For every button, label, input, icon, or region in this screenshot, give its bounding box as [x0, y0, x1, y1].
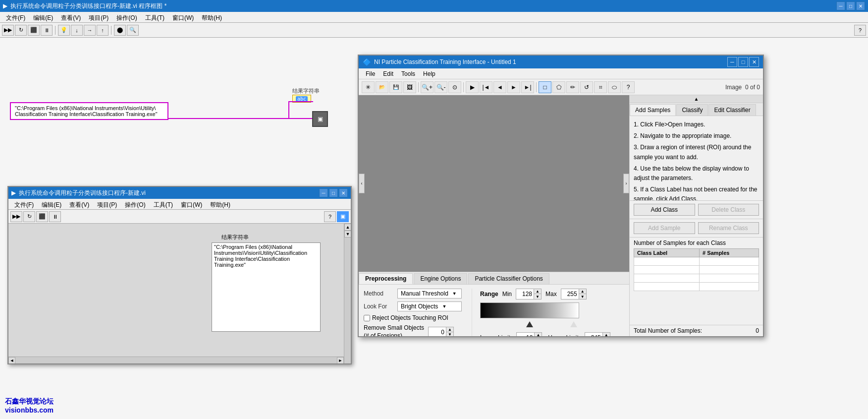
ni-polygon-roi-btn[interactable]: ⬠: [552, 81, 565, 93]
right-scroll-up[interactable]: ▲: [630, 95, 763, 103]
ni-view-btn[interactable]: 🖼: [403, 81, 416, 93]
sub-menu-help[interactable]: 帮助(H): [206, 200, 234, 208]
ni-maximize-btn[interactable]: □: [738, 57, 748, 67]
sub-menu-window[interactable]: 窗口(W): [177, 200, 206, 208]
delete-class-btn[interactable]: Delete Class: [698, 204, 760, 216]
ni-pointer-btn[interactable]: ✳: [362, 81, 375, 93]
add-class-btn[interactable]: Add Class: [634, 204, 695, 216]
look-for-select[interactable]: Bright Objects ▼: [397, 301, 462, 311]
tab-engine-options[interactable]: Engine Options: [414, 273, 467, 284]
probe-btn[interactable]: 🔍: [127, 25, 139, 36]
range-slider-track[interactable]: [480, 321, 579, 329]
ni-first-btn[interactable]: |◄: [480, 81, 492, 93]
sub-menu-project[interactable]: 项目(P): [93, 200, 121, 208]
run-btn[interactable]: ▶▶: [2, 25, 14, 36]
highlight-btn[interactable]: 💡: [58, 25, 70, 36]
menu-help[interactable]: 帮助(H): [198, 13, 226, 21]
ni-play-btn[interactable]: ▶: [466, 81, 479, 93]
ni-rect-roi-btn[interactable]: □: [539, 81, 551, 93]
step-over-btn[interactable]: →: [84, 25, 96, 36]
ni-rotate-btn[interactable]: ↺: [580, 81, 593, 93]
main-maximize-btn[interactable]: □: [846, 1, 855, 10]
ni-open-btn[interactable]: 📂: [376, 81, 388, 93]
ni-next-btn[interactable]: ►: [507, 81, 520, 93]
ni-ellipse-btn[interactable]: ⬭: [608, 81, 621, 93]
ni-fit-btn[interactable]: ⊙: [448, 81, 461, 93]
min-up-btn[interactable]: ▲: [534, 289, 541, 294]
sub-scroll-up-btn[interactable]: ▲: [344, 224, 351, 231]
sub-help-btn[interactable]: ?: [324, 211, 336, 222]
sub-abort-btn[interactable]: ⬛: [36, 211, 48, 222]
breakpoint-btn[interactable]: ⬤: [114, 25, 126, 36]
reject-checkbox[interactable]: [364, 315, 370, 321]
ni-minimize-btn[interactable]: ─: [727, 57, 737, 67]
tab-particle-classifier[interactable]: Particle Classifier Options: [468, 273, 549, 284]
rename-class-btn[interactable]: Rename Class: [698, 222, 760, 234]
ni-last-btn[interactable]: ►|: [521, 81, 534, 93]
sub-menu-operate[interactable]: 操作(O): [121, 200, 149, 208]
menu-view[interactable]: 查看(V): [57, 13, 85, 21]
add-sample-btn[interactable]: Add Sample: [634, 222, 695, 234]
sub-maximize-btn[interactable]: □: [329, 188, 338, 197]
sub-menu-tools[interactable]: 工具(T): [150, 200, 177, 208]
ni-crop-btn[interactable]: ⌗: [594, 81, 607, 93]
run-continuously-btn[interactable]: ↻: [15, 25, 27, 36]
pause-btn[interactable]: ⏸: [41, 25, 53, 36]
ni-menu-edit[interactable]: Edit: [379, 69, 397, 78]
ni-save-btn[interactable]: 💾: [389, 81, 402, 93]
sub-pause-btn[interactable]: ⏸: [49, 211, 61, 222]
erosion-up-btn[interactable]: ▲: [446, 327, 453, 332]
ni-menu-tools[interactable]: Tools: [397, 69, 419, 78]
ni-help-btn[interactable]: ?: [622, 81, 635, 93]
erosion-input[interactable]: [429, 328, 446, 336]
min-input[interactable]: [516, 290, 534, 298]
ni-menu-help[interactable]: Help: [419, 69, 439, 78]
sub-menu-view[interactable]: 查看(V): [65, 200, 93, 208]
string-input-node[interactable]: "C:\Program Files (x86)\National Instrum…: [10, 102, 168, 120]
sub-vscrollbar[interactable]: ▲ ▼: [344, 224, 351, 363]
help-btn[interactable]: ?: [854, 25, 866, 36]
method-select[interactable]: Manual Threshold ▼: [397, 289, 462, 299]
sub-run-btn[interactable]: ▶▶: [10, 211, 22, 222]
min-spinner[interactable]: ▲ ▼: [516, 289, 542, 299]
sub-menu-file[interactable]: 文件(F): [10, 200, 38, 208]
sub-scroll-left-btn[interactable]: ◄: [8, 357, 15, 364]
sub-scroll-down-btn[interactable]: ▼: [344, 231, 351, 238]
sub-close-btn[interactable]: ✕: [339, 188, 348, 197]
max-down-btn[interactable]: ▼: [579, 294, 586, 299]
sub-menu-edit[interactable]: 编辑(E): [38, 200, 65, 208]
menu-tools[interactable]: 工具(T): [141, 13, 168, 21]
canvas-collapse-left[interactable]: ‹: [359, 174, 365, 193]
upper-limit-spinner[interactable]: ▲ ▼: [585, 332, 610, 336]
sub-run-cont-btn[interactable]: ↻: [23, 211, 35, 222]
ni-close-btn[interactable]: ✕: [749, 57, 759, 67]
main-close-btn[interactable]: ✕: [856, 1, 865, 10]
step-into-btn[interactable]: ↓: [71, 25, 83, 36]
tab-preprocessing[interactable]: Preprocessing: [359, 273, 413, 284]
sub-hscrollbar[interactable]: ◄ ►: [8, 357, 344, 363]
sub-scroll-right-btn[interactable]: ►: [337, 357, 344, 364]
lower-limit-spinner[interactable]: ▲ ▼: [516, 332, 542, 336]
slider-lower-triangle[interactable]: [526, 321, 533, 327]
lower-limit-input[interactable]: [517, 334, 534, 336]
menu-operate[interactable]: 操作(O): [112, 13, 141, 21]
menu-window[interactable]: 窗口(W): [168, 13, 198, 21]
menu-edit[interactable]: 编辑(E): [29, 13, 57, 21]
menu-project[interactable]: 项目(P): [85, 13, 112, 21]
upper-limit-input[interactable]: [585, 334, 602, 336]
ni-zoom-out-btn[interactable]: 🔍-: [434, 81, 447, 93]
panel-tab-classify[interactable]: Classify: [676, 104, 708, 116]
max-spinner[interactable]: ▲ ▼: [561, 289, 587, 299]
ni-freehand-btn[interactable]: ✏: [566, 81, 579, 93]
upper-up-btn[interactable]: ▲: [603, 333, 610, 336]
panel-tab-edit-classifier[interactable]: Edit Classifier: [708, 104, 756, 116]
slider-upper-triangle[interactable]: [570, 321, 577, 327]
canvas-expand-right[interactable]: ›: [623, 174, 629, 193]
erosion-spinner[interactable]: ▲ ▼: [428, 327, 454, 336]
ni-menu-file[interactable]: File: [362, 69, 379, 78]
panel-tab-add-samples[interactable]: Add Samples: [630, 104, 676, 116]
sub-icon-btn[interactable]: ▣: [337, 211, 349, 222]
min-down-btn[interactable]: ▼: [534, 294, 541, 299]
step-out-btn[interactable]: ↑: [97, 25, 108, 36]
main-minimize-btn[interactable]: ─: [836, 1, 845, 10]
